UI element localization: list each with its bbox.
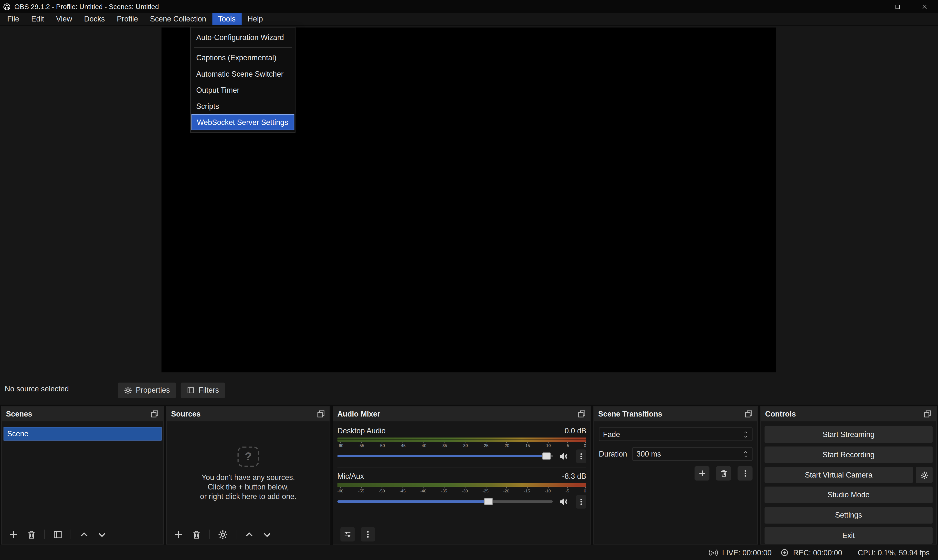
volume-meter [338,483,586,487]
meter-scale: -60-55-50-45-40-35-30-25-20-15-10-50 [338,443,586,449]
channel-options-button[interactable] [576,449,586,463]
tick-label: -30 [462,443,468,449]
tick-label: -10 [545,488,551,494]
transition-select-value: Fade [603,430,620,438]
menu-help[interactable]: Help [242,13,269,25]
scenes-dock-popout-icon[interactable] [150,409,159,418]
volume-slider-handle[interactable] [542,452,551,460]
audio-mixer-dock-popout-icon[interactable] [577,409,586,418]
channel-options-button[interactable] [576,495,586,508]
source-properties-gear-icon[interactable] [218,529,228,540]
menu-tools[interactable]: Tools [212,13,242,25]
exit-button[interactable]: Exit [765,527,933,544]
performance-stats: CPU: 0.1%, 59.94 fps [858,549,929,557]
chevron-down-icon[interactable] [743,434,748,438]
move-source-up-icon[interactable] [244,529,254,540]
remove-source-icon[interactable] [191,529,202,540]
duration-value: 300 ms [636,450,661,458]
menu-file[interactable]: File [1,13,25,25]
tick-label: -35 [441,488,447,494]
transition-options-button[interactable] [737,466,753,481]
mixer-options-button[interactable] [361,527,375,542]
start-recording-button[interactable]: Start Recording [765,446,933,463]
minimize-button[interactable] [857,0,884,13]
add-scene-icon[interactable] [8,529,19,540]
volume-slider[interactable] [338,500,553,503]
close-button[interactable] [911,0,938,13]
studio-mode-button[interactable]: Studio Mode [765,486,933,503]
start-virtual-camera-button[interactable]: Start Virtual Camera [765,467,913,483]
volume-slider-row [338,496,586,507]
controls-dock-popout-icon[interactable] [923,409,932,418]
scene-transitions-dock: Scene Transitions Fade Duration 300 ms [593,406,758,545]
duration-spinbox[interactable]: 300 ms [632,447,753,461]
tick-label: -50 [379,443,385,449]
virtual-camera-settings-button[interactable] [916,467,933,483]
tick-label: 0 [584,443,586,449]
filter-icon [187,386,195,394]
start-streaming-button[interactable]: Start Streaming [765,426,933,443]
scene-list-item-selected[interactable]: Scene [4,427,162,440]
filters-button[interactable]: Filters [181,383,225,398]
menu-item-automatic-scene-switcher[interactable]: Automatic Scene Switcher [191,66,294,82]
channel-name: Desktop Audio [338,426,386,435]
sources-list[interactable]: ? You don't have any sources. Click the … [167,422,329,544]
transitions-dock-popout-icon[interactable] [744,409,753,418]
transition-select[interactable]: Fade [599,427,753,441]
menu-item-output-timer[interactable]: Output Timer [191,82,294,98]
controls-dock-header[interactable]: Controls [761,406,936,422]
menu-item-captions-experimental[interactable]: Captions (Experimental) [191,49,294,66]
scenes-list[interactable]: Scene [2,422,163,544]
filters-button-label: Filters [199,386,219,394]
sources-dock-popout-icon[interactable] [316,409,326,418]
gear-icon [124,386,132,394]
menu-item-scripts[interactable]: Scripts [191,98,294,114]
titlebar: OBS 29.1.2 - Profile: Untitled - Scenes:… [0,0,938,13]
audio-mixer-dock-header[interactable]: Audio Mixer [333,406,590,422]
remove-transition-button[interactable] [716,466,731,481]
volume-slider-handle[interactable] [484,498,493,505]
menu-view[interactable]: View [50,13,78,25]
chevron-up-icon[interactable] [743,430,748,434]
speaker-icon[interactable] [559,497,568,506]
advanced-audio-properties-button[interactable] [341,527,355,542]
obs-logo-icon [3,3,11,11]
channel-level-db: 0.0 dB [565,426,586,435]
sources-dock-header[interactable]: Sources [167,406,329,422]
transitions-dock-header[interactable]: Scene Transitions [594,406,757,422]
menu-profile[interactable]: Profile [111,13,144,25]
sources-dock-title: Sources [171,410,201,418]
kebab-icon [364,530,372,538]
kebab-icon [577,497,585,505]
mixer-toolbar [333,525,590,544]
maximize-button[interactable] [884,0,911,13]
settings-button[interactable]: Settings [765,507,933,524]
sources-toolbar [167,525,329,544]
add-transition-button[interactable] [694,466,710,481]
spin-up-icon[interactable] [743,450,748,454]
remove-scene-icon[interactable] [26,529,37,540]
scenes-dock-header[interactable]: Scenes [2,406,163,422]
speaker-icon[interactable] [559,452,568,461]
menu-item-auto-configuration-wizard[interactable]: Auto-Configuration Wizard [191,29,294,45]
properties-button[interactable]: Properties [118,383,176,398]
window-title: OBS 29.1.2 - Profile: Untitled - Scenes:… [14,3,159,10]
menu-edit[interactable]: Edit [25,13,50,25]
volume-slider[interactable] [338,455,553,457]
move-source-down-icon[interactable] [262,529,272,540]
gear-icon [920,471,928,479]
tick-label: -50 [379,488,385,494]
menubar: File Edit View Docks Profile Scene Colle… [0,13,938,26]
volume-meter [338,437,586,442]
tick-label: -55 [358,488,364,494]
move-scene-up-icon[interactable] [79,529,89,540]
spin-down-icon[interactable] [743,454,748,458]
volume-slider-fill [338,500,488,503]
add-source-icon[interactable] [173,529,184,540]
menu-item-websocket-server-settings[interactable]: WebSocket Server Settings [191,114,294,130]
menu-docks[interactable]: Docks [78,13,111,25]
source-status-text: No source selected [5,385,69,393]
move-scene-down-icon[interactable] [97,529,107,540]
menu-scene-collection[interactable]: Scene Collection [144,13,212,25]
scene-filters-icon[interactable] [53,529,63,540]
